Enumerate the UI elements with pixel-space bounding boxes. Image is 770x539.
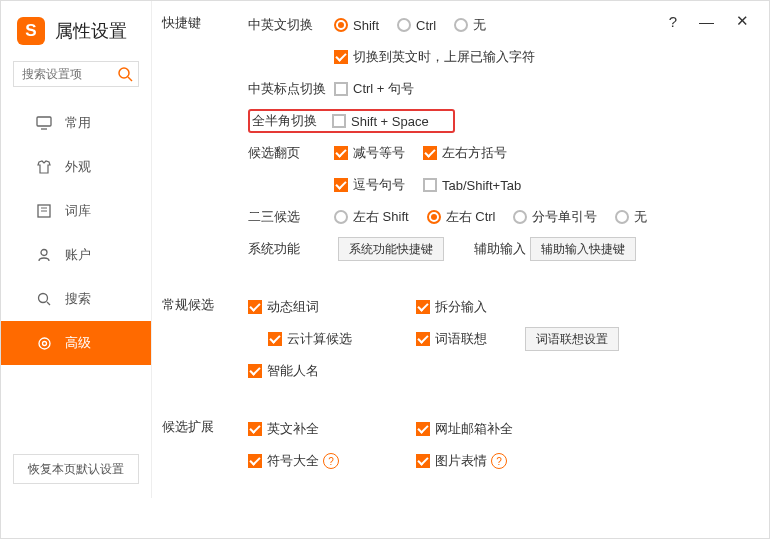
radio-lr-ctrl[interactable]: 左右 Ctrl bbox=[427, 208, 496, 226]
check-ctrl-period[interactable]: Ctrl + 句号 bbox=[334, 80, 414, 98]
window-controls: ? — ✕ bbox=[669, 1, 769, 41]
sidebar: S 属性设置 常用 外观 词库 账户 搜索 高级 恢复本页默认设置 bbox=[1, 1, 152, 498]
help-icon[interactable]: ? bbox=[669, 13, 677, 30]
radio-none2[interactable]: 无 bbox=[615, 208, 647, 226]
section-title-hotkey: 快捷键 bbox=[162, 11, 248, 267]
sidebar-item-account[interactable]: 账户 bbox=[1, 233, 151, 277]
aux-hotkey-button[interactable]: 辅助输入快捷键 bbox=[530, 237, 636, 261]
radio-lr-shift[interactable]: 左右 Shift bbox=[334, 208, 409, 226]
minimize-icon[interactable]: — bbox=[699, 13, 714, 30]
label-page-turn: 候选翻页 bbox=[248, 144, 334, 162]
lexicon-icon bbox=[35, 204, 53, 218]
search-icon[interactable] bbox=[117, 66, 133, 82]
monitor-icon bbox=[35, 116, 53, 130]
section-title-candidate: 常规候选 bbox=[162, 293, 248, 389]
app-title: 属性设置 bbox=[55, 19, 127, 43]
close-icon[interactable]: ✕ bbox=[736, 12, 749, 30]
sys-hotkey-button[interactable]: 系统功能快捷键 bbox=[338, 237, 444, 261]
section-hotkey: 快捷键 中英文切换 Shift Ctrl 无 切换到英文时，上屏已输入字符 中英… bbox=[162, 11, 759, 267]
sidebar-item-advanced[interactable]: 高级 bbox=[1, 321, 151, 365]
label-full-half: 全半角切换 bbox=[250, 112, 332, 130]
check-shift-space[interactable]: Shift + Space bbox=[332, 114, 429, 129]
content-panel: 快捷键 中英文切换 Shift Ctrl 无 切换到英文时，上屏已输入字符 中英… bbox=[152, 1, 769, 498]
label-cand23: 二三候选 bbox=[248, 208, 334, 226]
sidebar-item-appearance[interactable]: 外观 bbox=[1, 145, 151, 189]
sidebar-item-general[interactable]: 常用 bbox=[1, 101, 151, 145]
check-comma-period[interactable]: 逗号句号 bbox=[334, 176, 405, 194]
check-commit-on-switch[interactable]: 切换到英文时，上屏已输入字符 bbox=[334, 48, 535, 66]
help-icon[interactable]: ? bbox=[323, 453, 339, 469]
check-cloud[interactable]: 云计算候选 bbox=[268, 330, 398, 348]
shirt-icon bbox=[35, 160, 53, 174]
magnifier-icon bbox=[35, 292, 53, 306]
user-icon bbox=[35, 248, 53, 262]
section-title-extend: 候选扩展 bbox=[162, 415, 248, 479]
app-header: S 属性设置 bbox=[1, 1, 151, 57]
radio-ctrl[interactable]: Ctrl bbox=[397, 18, 436, 33]
check-smart-name[interactable]: 智能人名 bbox=[248, 362, 319, 380]
svg-point-8 bbox=[39, 294, 48, 303]
highlight-full-half: 全半角切换 Shift + Space bbox=[248, 109, 455, 133]
section-candidate: 常规候选 动态组词 拆分输入 云计算候选 词语联想 词语联想设置 智能人名 bbox=[162, 293, 759, 389]
label-sys-func: 系统功能 bbox=[248, 240, 334, 258]
check-symbols[interactable]: 符号大全? bbox=[248, 452, 398, 470]
label-aux-input: 辅助输入 bbox=[474, 240, 526, 258]
gear-icon bbox=[35, 336, 53, 351]
svg-rect-2 bbox=[37, 117, 51, 126]
check-english-complete[interactable]: 英文补全 bbox=[248, 420, 398, 438]
check-image-emoji[interactable]: 图片表情? bbox=[416, 452, 507, 470]
check-brackets[interactable]: 左右方括号 bbox=[423, 144, 507, 162]
svg-point-10 bbox=[39, 338, 50, 349]
settings-window: { "title": "属性设置", "search": {"placehold… bbox=[0, 0, 770, 539]
app-logo-icon: S bbox=[17, 17, 45, 45]
check-split-input[interactable]: 拆分输入 bbox=[416, 298, 487, 316]
sidebar-nav: 常用 外观 词库 账户 搜索 高级 bbox=[1, 101, 151, 454]
check-dynamic-word[interactable]: 动态组词 bbox=[248, 298, 398, 316]
check-url-email[interactable]: 网址邮箱补全 bbox=[416, 420, 513, 438]
help-icon[interactable]: ? bbox=[491, 453, 507, 469]
svg-point-0 bbox=[119, 68, 129, 78]
radio-shift[interactable]: Shift bbox=[334, 18, 379, 33]
sidebar-item-lexicon[interactable]: 词库 bbox=[1, 189, 151, 233]
sidebar-item-search[interactable]: 搜索 bbox=[1, 277, 151, 321]
svg-line-1 bbox=[128, 77, 132, 81]
restore-defaults-button[interactable]: 恢复本页默认设置 bbox=[13, 454, 139, 484]
label-cn-en-switch: 中英文切换 bbox=[248, 16, 334, 34]
check-tab[interactable]: Tab/Shift+Tab bbox=[423, 178, 521, 193]
svg-line-9 bbox=[47, 302, 50, 305]
svg-point-11 bbox=[42, 341, 46, 345]
association-settings-button[interactable]: 词语联想设置 bbox=[525, 327, 619, 351]
section-extend: 候选扩展 英文补全 网址邮箱补全 符号大全? 图片表情? bbox=[162, 415, 759, 479]
check-minus-equal[interactable]: 减号等号 bbox=[334, 144, 405, 162]
radio-none[interactable]: 无 bbox=[454, 16, 486, 34]
svg-point-7 bbox=[41, 250, 47, 256]
check-association[interactable]: 词语联想 bbox=[416, 330, 487, 348]
radio-semicolon[interactable]: 分号单引号 bbox=[513, 208, 597, 226]
label-punct-switch: 中英标点切换 bbox=[248, 80, 334, 98]
